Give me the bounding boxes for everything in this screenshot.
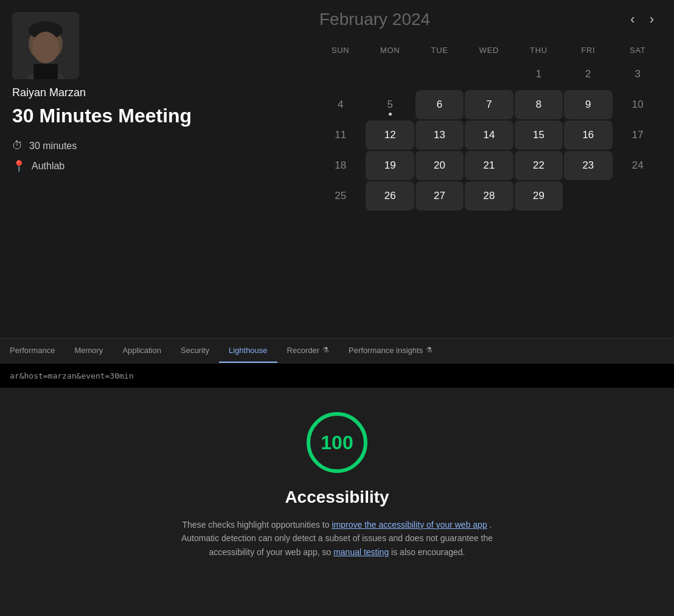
cal-day-number: 9: [585, 99, 591, 111]
cal-weekday-header: TUE: [415, 42, 464, 58]
cal-day-number: 16: [582, 129, 594, 141]
accessibility-description: These checks highlight opportunities to …: [167, 518, 507, 559]
cal-day-number: 25: [335, 190, 346, 202]
cal-day-number: 24: [632, 159, 644, 172]
cal-day: [316, 60, 364, 89]
tab-security[interactable]: Security: [171, 338, 219, 363]
desc-part1: These checks highlight opportunities to: [182, 520, 330, 530]
cal-day-number: 26: [384, 190, 396, 202]
cal-day[interactable]: 12: [366, 121, 414, 150]
cal-day[interactable]: 8: [515, 90, 563, 119]
cal-day-number: 7: [486, 99, 492, 111]
devtools-tab-bar: PerformanceMemoryApplicationSecurityLigh…: [0, 338, 674, 363]
next-month-button[interactable]: ›: [645, 9, 659, 30]
cal-day[interactable]: 3: [614, 60, 662, 89]
cal-day: [415, 60, 464, 89]
cal-day[interactable]: 26: [366, 181, 414, 211]
calendar-month: February: [319, 10, 387, 29]
prev-month-button[interactable]: ‹: [625, 9, 639, 30]
tab-flask-icon: ⚗: [426, 346, 433, 354]
cal-day[interactable]: 16: [564, 121, 612, 150]
tab-lighthouse[interactable]: Lighthouse: [219, 338, 277, 363]
cal-day[interactable]: 27: [415, 181, 464, 211]
calendar-panel: February 2024 ‹ › SUNMONTUEWEDTHUFRISAT1…: [304, 0, 674, 338]
tab-performance-insights[interactable]: Performance insights⚗: [339, 338, 442, 363]
bottom-section: ar&host=marzan&event=30min 100 Accessibi…: [0, 363, 674, 616]
cal-day[interactable]: 14: [465, 121, 513, 150]
location-detail: 📍 Authlab: [12, 159, 292, 173]
cal-day-number: 23: [582, 159, 594, 172]
location-label: Authlab: [32, 161, 64, 172]
cal-day-number: 29: [533, 190, 544, 202]
score-circle: 100: [307, 412, 367, 473]
cal-day-number: 19: [384, 159, 396, 172]
tab-performance[interactable]: Performance: [0, 338, 64, 363]
duration-label: 30 minutes: [29, 141, 77, 152]
clock-icon: ⏱: [12, 139, 23, 152]
cal-day[interactable]: 23: [564, 151, 612, 180]
cal-day-number: 15: [533, 129, 544, 141]
cal-day[interactable]: 20: [415, 151, 464, 180]
duration-detail: ⏱ 30 minutes: [12, 139, 292, 152]
cal-day[interactable]: 2: [564, 60, 612, 89]
avatar: [12, 12, 79, 79]
cal-day[interactable]: 10: [614, 90, 662, 119]
meeting-title: 30 Minutes Meeting: [12, 104, 292, 127]
cal-day[interactable]: 13: [415, 121, 464, 150]
cal-day[interactable]: 4: [316, 90, 364, 119]
svg-rect-5: [33, 64, 58, 79]
cal-day[interactable]: 7: [465, 90, 513, 119]
cal-day-dot: [389, 113, 392, 116]
cal-day[interactable]: 6: [415, 90, 464, 119]
cal-day-number: 5: [387, 99, 392, 111]
manual-testing-link[interactable]: manual testing: [333, 547, 389, 557]
calendar-month-year: February 2024: [319, 10, 430, 29]
cal-day-number: 17: [632, 129, 644, 141]
cal-weekday-header: WED: [465, 42, 513, 58]
cal-day[interactable]: 9: [564, 90, 612, 119]
cal-day[interactable]: 17: [614, 121, 662, 150]
calendar-header: February 2024 ‹ ›: [316, 9, 662, 30]
cal-day-number: 11: [335, 129, 346, 141]
cal-day-number: 2: [585, 68, 591, 80]
cal-day-number: 18: [335, 159, 346, 172]
cal-day[interactable]: 25: [316, 181, 364, 211]
cal-day[interactable]: 15: [515, 121, 563, 150]
cal-day-number: 13: [434, 129, 445, 141]
cal-day[interactable]: 11: [316, 121, 364, 150]
lighthouse-content: 100 Accessibility These checks highlight…: [0, 388, 674, 616]
left-panel: Raiyan Marzan 30 Minutes Meeting ⏱ 30 mi…: [0, 0, 304, 338]
svg-point-4: [32, 32, 59, 63]
cal-day[interactable]: 28: [465, 181, 513, 211]
cal-weekday-header: MON: [366, 42, 414, 58]
cal-day[interactable]: 21: [465, 151, 513, 180]
score-value: 100: [321, 432, 353, 454]
cal-day[interactable]: 1: [515, 60, 563, 89]
user-name: Raiyan Marzan: [12, 86, 292, 99]
calendar-grid: SUNMONTUEWEDTHUFRISAT1234567891011121314…: [316, 42, 662, 211]
cal-weekday-header: SAT: [614, 42, 662, 58]
cal-day-number: 12: [384, 129, 396, 141]
cal-day: [366, 60, 414, 89]
cal-day[interactable]: 29: [515, 181, 563, 211]
calendar-nav: ‹ ›: [625, 9, 659, 30]
tab-memory[interactable]: Memory: [64, 338, 113, 363]
tab-recorder[interactable]: Recorder⚗: [277, 338, 339, 363]
cal-day[interactable]: 5: [366, 90, 414, 119]
cal-day-number: 10: [632, 99, 644, 111]
cal-day[interactable]: 22: [515, 151, 563, 180]
cal-day[interactable]: 18: [316, 151, 364, 180]
cal-day-number: 22: [533, 159, 544, 172]
cal-day-number: 20: [434, 159, 445, 172]
accessibility-link[interactable]: improve the accessibility of your web ap…: [332, 520, 487, 530]
cal-day-number: 3: [635, 68, 641, 80]
calendar-year: 2024: [392, 10, 430, 29]
tab-application[interactable]: Application: [113, 338, 171, 363]
cal-day: [465, 60, 513, 89]
cal-day-number: 27: [434, 190, 445, 202]
cal-day-number: 28: [484, 190, 495, 202]
cal-weekday-header: FRI: [564, 42, 612, 58]
cal-day[interactable]: 24: [614, 151, 662, 180]
cal-day[interactable]: 19: [366, 151, 414, 180]
desc-part3: is also encouraged.: [391, 547, 465, 557]
